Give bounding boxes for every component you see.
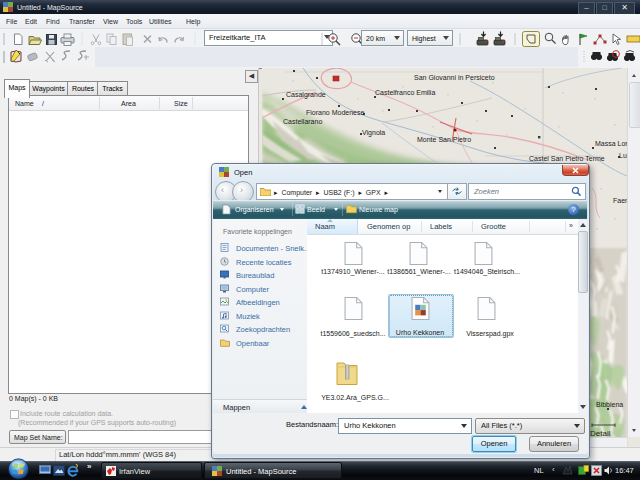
svg-text:Castellarano: Castellarano <box>283 118 322 125</box>
svg-text:Bibbiena: Bibbiena <box>596 401 623 408</box>
svg-text:Lu: Lu <box>619 152 627 159</box>
svg-text:Castel San Pietro Terme: Castel San Pietro Terme <box>529 155 605 162</box>
svg-text:Massa Lor: Massa Lor <box>595 140 628 147</box>
svg-text:Fiorano Modenese: Fiorano Modenese <box>306 109 364 116</box>
svg-text:Monte San Pietro: Monte San Pietro <box>417 136 471 143</box>
svg-text:San Giovanni in Persiceto: San Giovanni in Persiceto <box>414 74 495 81</box>
svg-text:Castelfranco Emilia: Castelfranco Emilia <box>375 89 435 96</box>
svg-text:Vignola: Vignola <box>362 129 385 137</box>
svg-text:Casalgrande: Casalgrande <box>286 91 326 99</box>
